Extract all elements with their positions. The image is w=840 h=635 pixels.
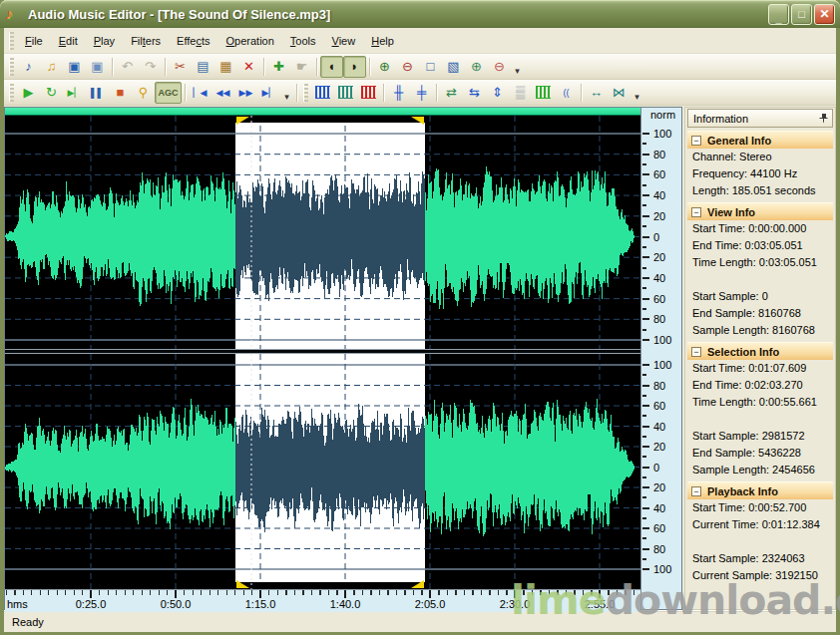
waveform-channel-left[interactable] <box>5 116 640 349</box>
scale-tick <box>642 568 649 570</box>
stop-button[interactable]: ■ <box>109 82 132 104</box>
section-header-general-info[interactable]: −General Info <box>687 131 833 149</box>
reverse-button[interactable]: ⇄ <box>440 82 463 104</box>
right-channel-toggle[interactable]: ◗ <box>343 56 366 78</box>
section-header-playback-info[interactable]: −Playback Info <box>687 481 833 499</box>
section-header-view-info[interactable]: −View Info <box>687 202 833 220</box>
save-as-button[interactable]: ▣ <box>86 56 109 78</box>
scale-label: 40 <box>653 421 665 433</box>
record-button[interactable]: ⚲ <box>132 82 155 104</box>
zoom-full-button[interactable]: □ <box>419 56 442 78</box>
menu-help[interactable]: Help <box>363 31 402 51</box>
shrink-button[interactable]: ⋈ <box>608 82 630 104</box>
magnifier-window-icon: □ <box>427 59 435 74</box>
info-panel-header[interactable]: Information <box>687 109 833 128</box>
time-ruler[interactable]: hms 0:25.00:50.01:15.01:40.02:05.02:30.0… <box>5 589 640 612</box>
delete-button[interactable]: ✕ <box>237 56 260 78</box>
copy-button[interactable]: ▤ <box>192 56 214 78</box>
menu-edit[interactable]: Edit <box>51 31 86 51</box>
save-button[interactable]: ▣ <box>63 56 86 78</box>
scale-tick <box>642 527 649 529</box>
play-icon: ▶ <box>24 85 34 100</box>
collapse-icon[interactable]: − <box>691 136 701 146</box>
zero-cross-right-button[interactable]: ╪ <box>410 82 433 104</box>
menu-view[interactable]: View <box>324 31 364 51</box>
menu-filters[interactable]: Filters <box>123 31 169 51</box>
zero-cross-left-button[interactable]: ╫ <box>387 82 410 104</box>
minimize-button[interactable]: _ <box>768 4 789 25</box>
noise-icon: ▒ <box>516 85 525 100</box>
amplify-button[interactable] <box>532 82 555 104</box>
delete-silence-button[interactable] <box>334 82 357 104</box>
zoom-selection-button[interactable]: ▧ <box>442 56 465 78</box>
echo-button[interactable]: (( <box>555 82 578 104</box>
paste-button[interactable]: ▦ <box>214 56 237 78</box>
agc-toggle[interactable]: AGC <box>155 82 182 104</box>
center-wave-button[interactable]: ⇕ <box>486 82 509 104</box>
zoom-out-button[interactable]: ⊖ <box>396 56 419 78</box>
overview-seek-bar[interactable] <box>5 108 640 116</box>
menu-file[interactable]: File <box>17 31 51 51</box>
collapse-icon[interactable]: − <box>691 486 701 496</box>
scale-tick <box>642 298 649 300</box>
section-title: View Info <box>707 206 755 218</box>
scale-minor-tick <box>642 204 646 206</box>
mute-selection-button[interactable] <box>357 82 380 104</box>
ruler-label: 0:25.0 <box>64 598 118 610</box>
fast-forward-button[interactable]: ▶▶ <box>234 82 257 104</box>
collapse-icon[interactable]: − <box>691 207 701 217</box>
loop-play-button[interactable]: ↻ <box>40 82 63 104</box>
undo-button[interactable]: ↶ <box>116 56 139 78</box>
magnifier-up-icon: ⊕ <box>471 59 482 74</box>
info-panel-title: Information <box>693 113 818 125</box>
menu-play[interactable]: Play <box>86 31 123 51</box>
go-end-button[interactable]: ▶▏ <box>257 82 280 104</box>
info-item: Channel: Stereo <box>687 149 833 165</box>
menu-effects[interactable]: Effects <box>169 31 217 51</box>
open-file-button[interactable]: ♫ <box>40 56 63 78</box>
new-file-button[interactable]: ♪ <box>17 56 40 78</box>
pin-icon[interactable] <box>818 113 829 124</box>
info-item: Sample Length: 8160768 <box>687 322 833 339</box>
swap-channels-button[interactable]: ⇆ <box>463 82 486 104</box>
rewind-button[interactable]: ◀◀ <box>211 82 234 104</box>
stretch-button[interactable]: ↔ <box>585 82 608 104</box>
cut-button[interactable]: ✂ <box>169 56 192 78</box>
zoom-in-button[interactable]: ⊕ <box>373 56 396 78</box>
stretch-arrow-icon: ↔ <box>590 85 603 100</box>
microphone-icon: ⚲ <box>139 85 149 100</box>
info-item: Start Sample: 2324063 <box>687 550 833 567</box>
pause-button[interactable]: ▌▌ <box>86 82 109 104</box>
toolbar-separator <box>581 84 582 102</box>
scale-label: 100 <box>653 563 671 575</box>
toolbar-overflow-button[interactable]: ▾ <box>280 82 293 104</box>
scale-minor-tick <box>642 329 646 331</box>
toolbar-separator <box>185 84 186 102</box>
scale-minor-tick <box>642 267 646 269</box>
paste-mix-button[interactable]: ☛ <box>290 56 313 78</box>
collapse-icon[interactable]: − <box>691 347 701 357</box>
waveform-channel-right[interactable] <box>5 354 640 589</box>
go-start-button[interactable]: ▏◀ <box>189 82 211 104</box>
section-header-selection-info[interactable]: −Selection Info <box>687 342 833 360</box>
left-channel-toggle[interactable]: ◖ <box>320 56 343 78</box>
toolbar-overflow-button[interactable]: ▾ <box>630 82 643 104</box>
toolbar-overflow-button[interactable]: ▾ <box>511 56 524 78</box>
menu-tools[interactable]: Tools <box>282 31 324 51</box>
maximize-button[interactable]: □ <box>791 4 812 25</box>
scale-minor-tick <box>642 558 646 560</box>
redo-button[interactable]: ↷ <box>139 56 162 78</box>
play-button[interactable]: ▶ <box>17 82 40 104</box>
play-to-end-button[interactable]: ▶▏ <box>63 82 86 104</box>
close-button[interactable]: ✕ <box>814 4 835 25</box>
trim-button[interactable]: ✚ <box>267 56 290 78</box>
title-bar[interactable]: ♪ Audio Music Editor - [The Sound Of Sil… <box>0 0 840 28</box>
info-item-spacer <box>687 533 833 550</box>
vertical-zoom-in-button[interactable]: ⊕ <box>465 56 488 78</box>
vertical-zoom-out-button[interactable]: ⊖ <box>488 56 511 78</box>
noise-reduction-button[interactable]: ▒ <box>509 82 532 104</box>
insert-silence-button[interactable] <box>311 82 334 104</box>
menu-operation[interactable]: Operation <box>218 31 282 51</box>
scale-minor-tick <box>642 496 646 498</box>
info-item: End Sample: 8160768 <box>687 305 833 322</box>
